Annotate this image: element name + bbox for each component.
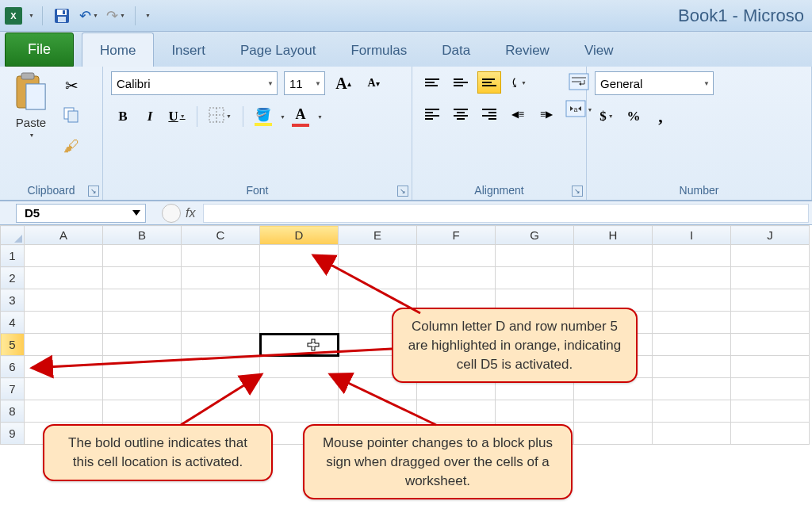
cell-C4[interactable] [182, 312, 260, 334]
cell-G8[interactable] [496, 400, 574, 423]
grow-font-button[interactable]: A▴ [331, 71, 355, 95]
cell-D8[interactable] [260, 400, 339, 423]
undo-button[interactable]: ↶ ▼ [78, 5, 100, 27]
cell-A3[interactable] [25, 289, 103, 312]
font-size-combo[interactable]: 11 ▼ [284, 71, 325, 95]
decrease-indent-button[interactable]: ◀≡ [506, 103, 530, 125]
fill-color-button[interactable]: 🪣 [251, 105, 275, 128]
column-header-B[interactable]: B [103, 226, 182, 245]
cell-A8[interactable] [25, 400, 103, 423]
redo-dropdown-icon[interactable]: ▼ [120, 13, 125, 18]
cell-J3[interactable] [731, 289, 810, 312]
app-menu-arrow-icon[interactable]: ▼ [29, 13, 34, 18]
tab-view[interactable]: View [567, 33, 631, 67]
cell-D3[interactable] [260, 289, 339, 312]
tab-page-layout[interactable]: Page Layout [223, 33, 333, 67]
qat-customize-icon[interactable]: ▼ [145, 13, 151, 18]
cell-A6[interactable] [25, 356, 103, 378]
cell-C1[interactable] [182, 245, 260, 267]
cell-B7[interactable] [103, 378, 182, 400]
cell-J7[interactable] [731, 378, 810, 400]
column-header-J[interactable]: J [731, 226, 810, 245]
align-right-button[interactable] [477, 103, 501, 125]
align-left-button[interactable] [420, 103, 444, 125]
italic-button[interactable]: I [138, 105, 162, 128]
cell-C7[interactable] [182, 378, 260, 400]
cell-J8[interactable] [731, 400, 810, 423]
cell-H8[interactable] [574, 400, 653, 423]
number-format-combo[interactable]: General ▼ [595, 71, 714, 95]
cell-J1[interactable] [731, 245, 810, 267]
formula-input[interactable] [203, 204, 809, 223]
chevron-down-icon[interactable]: ▼ [317, 114, 323, 120]
cell-D2[interactable] [260, 267, 339, 289]
tab-review[interactable]: Review [488, 33, 567, 67]
row-header-4[interactable]: 4 [1, 312, 25, 334]
cell-I8[interactable] [653, 400, 731, 423]
row-header-8[interactable]: 8 [1, 400, 25, 423]
row-header-7[interactable]: 7 [1, 378, 25, 400]
column-header-H[interactable]: H [574, 226, 653, 245]
cell-F1[interactable] [417, 245, 496, 267]
save-button[interactable] [51, 5, 73, 27]
cell-I9[interactable] [653, 423, 731, 445]
cell-B5[interactable] [103, 334, 182, 356]
column-header-I[interactable]: I [653, 226, 731, 245]
chevron-down-icon[interactable]: ▼ [280, 114, 285, 120]
paste-dropdown-icon[interactable]: ▼ [29, 132, 35, 138]
align-bottom-button[interactable] [477, 71, 501, 94]
cell-C2[interactable] [182, 267, 260, 289]
cell-G2[interactable] [496, 267, 574, 289]
cell-D1[interactable] [260, 245, 339, 267]
cell-H9[interactable] [574, 423, 653, 445]
fx-icon[interactable]: fx [186, 206, 195, 220]
font-color-button[interactable]: A [289, 105, 312, 128]
cut-button[interactable]: ✂ [60, 75, 82, 97]
cell-I6[interactable] [653, 356, 731, 378]
cell-I2[interactable] [653, 267, 731, 289]
cell-E8[interactable] [339, 400, 417, 423]
font-dialog-launcher[interactable]: ↘ [397, 186, 408, 197]
cell-F2[interactable] [417, 267, 496, 289]
cell-A2[interactable] [25, 267, 103, 289]
cell-F8[interactable] [417, 400, 496, 423]
increase-indent-button[interactable]: ≡▶ [534, 103, 558, 125]
cell-C3[interactable] [182, 289, 260, 312]
cell-J9[interactable] [731, 423, 810, 445]
column-header-C[interactable]: C [182, 226, 260, 245]
cell-I4[interactable] [653, 312, 731, 334]
copy-button[interactable] [60, 105, 82, 127]
cell-C8[interactable] [182, 400, 260, 423]
clipboard-dialog-launcher[interactable]: ↘ [88, 186, 99, 197]
cell-D6[interactable] [260, 356, 339, 378]
column-header-D[interactable]: D [260, 226, 339, 245]
alignment-dialog-launcher[interactable]: ↘ [572, 186, 583, 197]
row-header-3[interactable]: 3 [1, 289, 25, 312]
tab-insert[interactable]: Insert [154, 33, 223, 67]
row-header-5[interactable]: 5 [1, 334, 25, 356]
row-header-6[interactable]: 6 [1, 356, 25, 378]
cell-B6[interactable] [103, 356, 182, 378]
tab-file[interactable]: File [5, 33, 74, 67]
cell-A4[interactable] [25, 312, 103, 334]
cell-A1[interactable] [25, 245, 103, 267]
shrink-font-button[interactable]: A▾ [362, 71, 385, 95]
row-header-2[interactable]: 2 [1, 267, 25, 289]
cell-I7[interactable] [653, 378, 731, 400]
paste-button[interactable]: Paste ▼ [8, 71, 54, 181]
cell-A7[interactable] [25, 378, 103, 400]
align-middle-button[interactable] [449, 71, 473, 94]
underline-button[interactable]: U ▼ [165, 105, 189, 128]
font-name-combo[interactable]: Calibri ▼ [111, 71, 278, 95]
row-header-1[interactable]: 1 [1, 245, 25, 267]
cell-G1[interactable] [496, 245, 574, 267]
cell-A5[interactable] [25, 334, 103, 356]
cell-H2[interactable] [574, 267, 653, 289]
cell-B3[interactable] [103, 289, 182, 312]
align-top-button[interactable] [420, 71, 444, 94]
percent-button[interactable]: % [622, 105, 645, 128]
cell-J6[interactable] [731, 356, 810, 378]
column-header-F[interactable]: F [417, 226, 496, 245]
column-header-A[interactable]: A [25, 226, 103, 245]
comma-button[interactable]: , [649, 105, 672, 128]
